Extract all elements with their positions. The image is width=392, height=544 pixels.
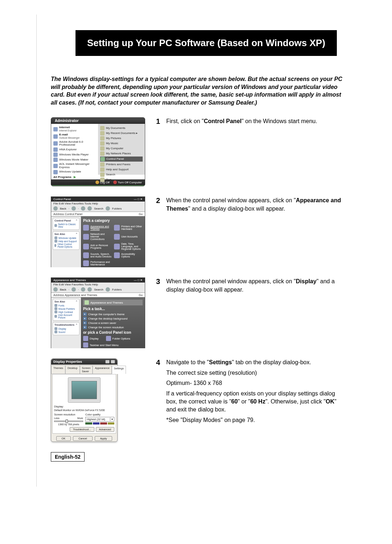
sm-item-update[interactable]: Windows Update [53,170,96,174]
sm-item-network[interactable]: My Network Places [100,151,143,156]
search-icon[interactable] [87,206,92,211]
fwd-icon[interactable] [72,206,76,211]
ok-button[interactable]: OK [56,436,71,441]
cat-date-time[interactable]: Date, Time, Language, and Regional Optio… [114,243,143,250]
sm-item-wmm[interactable]: Windows Movie Maker [53,158,96,162]
cancel-button[interactable]: Cancel [73,436,92,441]
fwd-icon[interactable] [72,287,76,292]
cat-appearance-themes[interactable]: Appearance and Themes [83,225,112,231]
cat-performance[interactable]: Performance and Maintenance [83,260,112,266]
sm-item-acrobat[interactable]: Adobe Acrobat 6.0 Professional [53,141,96,147]
cp-icon-display[interactable]: Display [83,336,99,341]
screenshot-control-panel: Control Panel— □ ✕ File Edit View Favori… [51,196,145,267]
sm-item-wmp[interactable]: Windows Media Player [53,153,96,157]
help-icon[interactable] [105,360,110,364]
cp-icon-folder-options[interactable]: Folder Options [106,336,130,341]
collapse-icon[interactable]: ⌃ [75,233,78,236]
back-icon[interactable] [53,206,58,211]
cp-icon-taskbar[interactable]: Taskbar and Start Menu [83,342,119,348]
res-more: More [77,417,83,419]
cat-printers[interactable]: Printers and Other Hardware [114,225,143,231]
trouble-sound[interactable]: Sound [54,330,78,333]
up-icon[interactable] [81,206,85,211]
address-field[interactable]: Appearance and Themes [65,293,97,297]
at-main-panel: Appearance and Themes Pick a task... ▸Ch… [81,297,145,348]
address-field[interactable]: Control Panel [65,212,82,216]
tab-screensaver[interactable]: Screen Saver [80,365,93,374]
advanced-button[interactable]: Advanced [96,427,114,432]
step-number-4: 4 [156,358,166,367]
color-select[interactable]: Highest (32 bit)▾ [85,417,114,422]
page-content: Setting up Your PC Software (Based on Wi… [36,15,356,462]
folders-icon[interactable] [106,287,110,292]
sm-item-music[interactable]: My Music [100,141,143,146]
search-icon[interactable] [87,287,92,292]
sm-item-help[interactable]: Help and Support [100,167,143,172]
screenshot-display-properties: Display Properties Themes Desktop Screen… [51,358,118,442]
go-button[interactable]: Go [139,293,143,297]
slider-thumb[interactable] [66,419,68,423]
cat-network[interactable]: Network and Internet Connections [83,233,112,240]
log-off-button[interactable]: Log Off [95,180,110,184]
collapse-icon[interactable]: ⌃ [75,324,78,326]
seealso-fonts[interactable]: Fonts [54,304,78,307]
sm-item-control-panel[interactable]: Control Panel [100,157,143,162]
at-menu-bar[interactable]: File Edit View Favorites Tools Help [51,283,145,287]
display-icon [83,336,88,341]
step-2-text: When the control panel window appears, c… [166,196,345,215]
task-resolution[interactable]: ▸Change the screen resolution [83,325,143,329]
collapse-icon[interactable]: ⌃ [75,219,78,222]
sm-item-printers[interactable]: Printers and Faxes [100,162,143,167]
sm-item-hna[interactable]: HNA Explorer [53,147,96,152]
cat-sounds[interactable]: Sounds, Speech, and Audio Devices [83,252,112,258]
sm-item-mydocs[interactable]: My Documents [100,126,143,130]
window-buttons[interactable]: — □ ✕ [134,198,143,201]
seealso-user-picture[interactable]: User Account Picture [54,314,78,319]
clock-icon [114,244,120,249]
sm-item-internet[interactable]: InternetInternet Explorer [53,126,96,133]
resolution-slider[interactable] [54,421,83,422]
sm-item-aol[interactable]: AOL Instant Messenger Express [53,163,96,169]
apply-button[interactable]: Apply [95,436,113,441]
troubleshoot-button[interactable]: Troubleshoot... [70,427,94,432]
seealso-high-contrast[interactable]: High Contrast [54,310,78,313]
folders-icon[interactable] [106,206,110,211]
tab-desktop[interactable]: Desktop [65,365,80,374]
sm-item-email[interactable]: E-mailOutlook Messenger [53,133,96,140]
switch-classic-link[interactable]: Switch to Classic View [54,223,78,228]
collapse-icon[interactable]: ⌃ [75,300,78,303]
cat-accessibility[interactable]: Accessibility Options [114,252,143,258]
trouble-display[interactable]: Display [54,327,78,330]
cp-side-panel: Control Panel⌃ Switch to Classic View Se… [51,216,81,267]
cp-menu-bar[interactable]: File Edit View Favorites Tools Help [51,202,145,206]
seealso-other[interactable]: Other Control Panel Options [54,243,78,248]
turn-off-button[interactable]: Turn Off Computer [113,180,142,184]
tab-settings[interactable]: Settings [112,366,126,374]
cat-users[interactable]: User Accounts [114,233,143,240]
close-icon[interactable] [111,360,115,364]
cp-toolbar[interactable]: Back · · Search Folders [51,206,145,212]
window-buttons[interactable]: — □ ✕ [134,279,143,282]
up-icon[interactable] [81,287,85,292]
at-toolbar[interactable]: Back · · Search Folders [51,287,145,293]
start-button[interactable]: start [51,185,145,186]
step-3: Appearance and Themes— □ ✕ File Edit Vie… [51,277,345,348]
sm-item-recent[interactable]: My Recent Documents ▸ [100,131,143,135]
cat-add-remove[interactable]: Add or Remove Programs [83,243,112,250]
task-background[interactable]: ▸Change the desktop background [83,317,143,320]
seealso-help[interactable]: Help and Support [54,240,78,243]
window-buttons[interactable] [105,360,115,364]
seealso-windows-update[interactable]: Windows Update [54,236,78,239]
sm-item-computer[interactable]: My Computer [100,146,143,151]
sm-item-pictures[interactable]: My Pictures [100,136,143,141]
appearance-icon [83,225,89,231]
task-screensaver[interactable]: ▸Choose a screen saver [83,321,143,325]
tab-themes[interactable]: Themes [51,365,65,374]
start-menu-right-column: My Documents My Recent Documents ▸ My Pi… [98,124,145,175]
seealso-mouse-pointers[interactable]: Mouse Pointers [54,307,78,310]
task-theme[interactable]: ▸Change the computer's theme [83,312,143,316]
sm-item-search[interactable]: Search [100,172,143,177]
tab-appearance[interactable]: Appearance [93,365,111,374]
go-button[interactable]: Go [139,212,143,216]
back-icon[interactable] [53,287,58,292]
